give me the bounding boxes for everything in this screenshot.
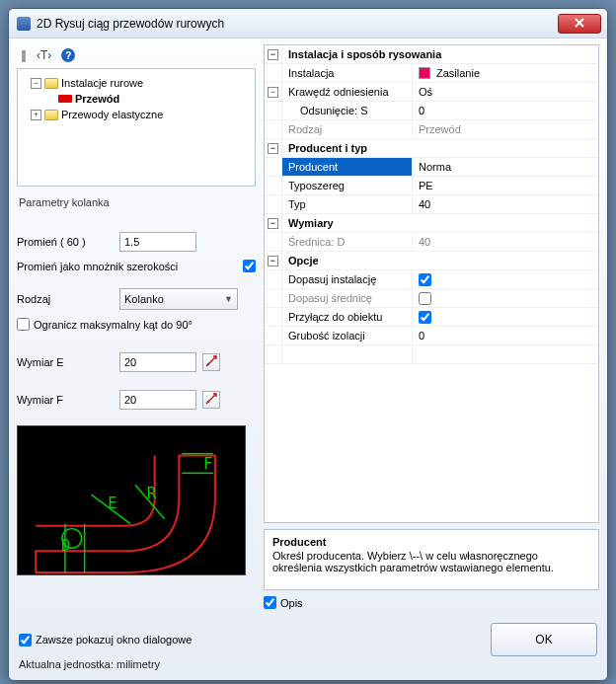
- row-instalacja[interactable]: Instalacja Zasilanie: [265, 64, 598, 83]
- row-krawedz[interactable]: − Krawędź odniesienia Oś: [265, 83, 598, 102]
- pick-icon: [205, 355, 217, 369]
- collapse-icon[interactable]: −: [268, 143, 278, 154]
- row-grubosc[interactable]: Grubość izolacji 0: [265, 327, 598, 345]
- row-typ[interactable]: Typ 40: [265, 195, 598, 214]
- dimF-label: Wymiar F: [17, 394, 119, 406]
- tree-view[interactable]: − Instalacje rurowe Przewód + Przewody e…: [17, 68, 256, 187]
- opis-checkbox[interactable]: [264, 596, 276, 609]
- row-odsuniecie[interactable]: Odsunięcie: S 0: [265, 102, 598, 120]
- svg-point-1: [207, 401, 210, 404]
- group-wymiary: Wymiary: [282, 214, 598, 232]
- row-przylacz[interactable]: Przyłącz do obiektu: [265, 308, 598, 327]
- folder-icon: [44, 78, 58, 89]
- radius-input[interactable]: [119, 232, 196, 252]
- collapse-icon[interactable]: −: [268, 256, 278, 266]
- property-grid[interactable]: − Instalacja i sposób rysowania Instalac…: [264, 44, 599, 523]
- section-params-title: Parametry kolanka: [19, 196, 256, 208]
- window-title: 2D Rysuj ciąg przewodów rurowych: [37, 17, 224, 31]
- row-typoszereg[interactable]: Typoszereg PE: [265, 177, 598, 195]
- row-dopasuj-instalacje[interactable]: Dopasuj instalację: [265, 270, 598, 289]
- dialog-window: 2D Rysuj ciąg przewodów rurowych ‖ ‹T› ?…: [8, 8, 608, 681]
- toolbar-lines-icon[interactable]: ‖: [21, 48, 27, 62]
- close-icon: [575, 17, 584, 31]
- dimF-pick-button[interactable]: [202, 391, 220, 409]
- color-swatch-icon: [419, 67, 430, 79]
- titlebar: 2D Rysuj ciąg przewodów rurowych: [9, 9, 607, 38]
- group-producent: Producent i typ: [282, 139, 598, 157]
- limit90-checkbox[interactable]: [17, 318, 30, 331]
- ok-button[interactable]: OK: [491, 623, 597, 656]
- tree-item-pipe[interactable]: Przewód: [22, 91, 251, 107]
- close-button[interactable]: [558, 14, 601, 34]
- pick-icon: [205, 393, 217, 407]
- expand-icon[interactable]: −: [31, 78, 41, 89]
- description-title: Producent: [272, 536, 590, 548]
- chevron-down-icon: ▼: [224, 294, 233, 304]
- row-dopasuj-srednice[interactable]: Dopasuj średnicę: [265, 289, 598, 308]
- row-srednica: Średnica: D 40: [265, 233, 598, 252]
- unit-label: Aktualna jednostka: milimetry: [9, 658, 607, 680]
- folder-icon: [44, 110, 58, 120]
- attach-object-checkbox[interactable]: [419, 311, 431, 324]
- radius-mult-label: Promień jako mnożnik szerokości: [17, 261, 243, 272]
- collapse-icon[interactable]: −: [268, 49, 278, 60]
- app-icon: [17, 17, 31, 31]
- tree-item-installations[interactable]: − Instalacje rurowe: [22, 75, 251, 91]
- dimE-input[interactable]: [119, 352, 196, 372]
- always-show-label: Zawsze pokazuj okno dialogowe: [36, 634, 192, 646]
- svg-text:F: F: [203, 454, 212, 473]
- description-box: Producent Określ producenta. Wybierz \--…: [264, 529, 599, 590]
- group-install: Instalacja i sposób rysowania: [282, 45, 598, 63]
- kind-dropdown[interactable]: Kolanko ▼: [119, 288, 238, 310]
- group-opcje: Opcje: [282, 252, 598, 269]
- elbow-preview: E R F D: [17, 425, 246, 575]
- always-show-checkbox[interactable]: [19, 634, 32, 646]
- limit90-label: Ogranicz maksymalny kąt do 90°: [34, 319, 192, 331]
- row-empty: [265, 345, 598, 364]
- dimE-pick-button[interactable]: [202, 353, 220, 371]
- svg-text:D: D: [61, 536, 71, 555]
- dimE-label: Wymiar E: [17, 356, 119, 368]
- collapse-icon[interactable]: −: [268, 218, 278, 229]
- expand-icon[interactable]: +: [31, 110, 41, 120]
- row-rodzaj: Rodzaj Przewód: [265, 120, 598, 139]
- toolbar-text-icon[interactable]: ‹T›: [37, 48, 51, 62]
- radius-mult-checkbox[interactable]: [243, 260, 256, 272]
- row-producent[interactable]: Producent Norma: [265, 158, 598, 177]
- fit-install-checkbox[interactable]: [419, 273, 431, 286]
- kind-label: Rodzaj: [17, 293, 119, 305]
- opis-label: Opis: [280, 597, 303, 609]
- tree-item-flexible[interactable]: + Przewody elastyczne: [22, 107, 251, 122]
- help-icon[interactable]: ?: [61, 48, 75, 62]
- radius-label: Promień ( 60 ): [17, 236, 119, 248]
- fit-diameter-checkbox[interactable]: [419, 292, 431, 305]
- svg-text:E: E: [108, 494, 117, 512]
- svg-text:R: R: [147, 484, 157, 502]
- svg-point-0: [207, 363, 210, 366]
- mini-toolbar: ‖ ‹T› ?: [17, 44, 256, 68]
- collapse-icon[interactable]: −: [268, 87, 278, 98]
- dimF-input[interactable]: [119, 390, 196, 410]
- pipe-icon: [58, 95, 72, 103]
- description-body: Określ producenta. Wybierz \--\ w celu w…: [272, 550, 590, 573]
